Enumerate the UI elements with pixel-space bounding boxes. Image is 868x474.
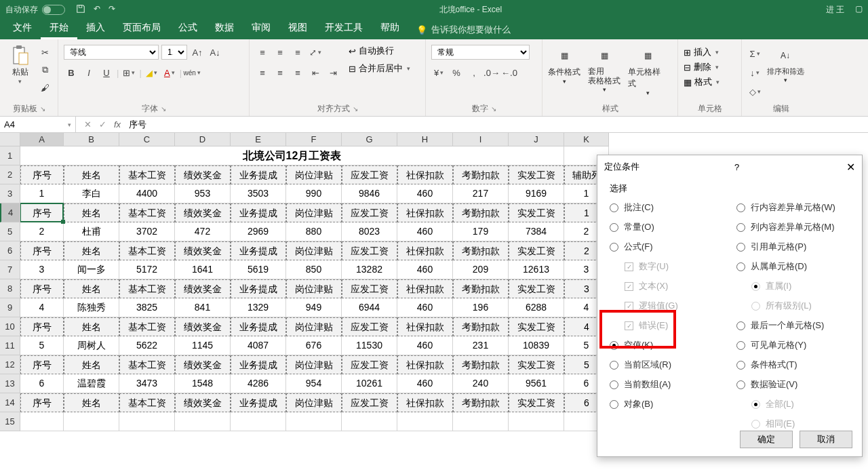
formula-input[interactable]: 序号 bbox=[125, 119, 868, 131]
cell[interactable] bbox=[397, 412, 453, 431]
cell[interactable]: 3503 bbox=[231, 184, 286, 203]
cancel-button[interactable]: 取消 bbox=[800, 431, 852, 448]
col-header-I[interactable]: I bbox=[453, 133, 509, 146]
row-header-13[interactable]: 13 bbox=[0, 374, 20, 393]
cell[interactable]: 5172 bbox=[119, 260, 175, 279]
cell[interactable]: 209 bbox=[453, 260, 509, 279]
radio-option[interactable]: 引用单元格(P) bbox=[736, 241, 850, 253]
cell[interactable]: 岗位津贴 bbox=[286, 317, 342, 336]
row-header-11[interactable]: 11 bbox=[0, 336, 20, 355]
cell[interactable] bbox=[20, 412, 64, 431]
autosave-toggle[interactable] bbox=[42, 5, 65, 15]
cell[interactable]: 954 bbox=[286, 374, 342, 393]
font-color-button[interactable]: A bbox=[162, 65, 177, 80]
row-header-4[interactable]: 4 bbox=[0, 203, 20, 222]
cell[interactable]: 考勤扣款 bbox=[453, 165, 509, 184]
cell[interactable]: 社保扣款 bbox=[397, 355, 453, 374]
undo-icon[interactable]: ↶ bbox=[94, 4, 100, 16]
select-all-corner[interactable] bbox=[0, 133, 20, 146]
row-header-7[interactable]: 7 bbox=[0, 260, 20, 279]
cell[interactable] bbox=[286, 412, 342, 431]
cell[interactable]: 温碧霞 bbox=[64, 374, 119, 393]
fill-color-button[interactable]: ◢ bbox=[144, 65, 159, 80]
cell[interactable]: 基本工资 bbox=[119, 355, 175, 374]
row-header-6[interactable]: 6 bbox=[0, 241, 20, 260]
cell[interactable]: 序号 bbox=[20, 203, 64, 222]
indent-inc-icon[interactable]: ⇥ bbox=[326, 65, 340, 80]
cell[interactable] bbox=[119, 412, 175, 431]
shrink-font-icon[interactable]: A↓ bbox=[208, 45, 222, 60]
number-format-select[interactable]: 常规 bbox=[431, 45, 530, 60]
cell[interactable]: 949 bbox=[286, 298, 342, 317]
cell[interactable]: 绩效奖金 bbox=[175, 393, 231, 412]
cell[interactable]: 考勤扣款 bbox=[453, 355, 509, 374]
cell[interactable]: 姓名 bbox=[64, 279, 119, 298]
cell[interactable]: 业务提成 bbox=[231, 203, 286, 222]
clear-button[interactable]: ◇ bbox=[747, 84, 762, 99]
clipboard-launcher[interactable]: ↘ bbox=[40, 105, 45, 113]
col-header-G[interactable]: G bbox=[342, 133, 397, 146]
cell[interactable]: 3 bbox=[20, 260, 64, 279]
align-center-icon[interactable]: ≡ bbox=[273, 65, 288, 80]
col-header-B[interactable]: B bbox=[64, 133, 119, 146]
cell[interactable]: 9561 bbox=[509, 374, 564, 393]
cell[interactable]: 1641 bbox=[175, 260, 231, 279]
row-header-3[interactable]: 3 bbox=[0, 184, 20, 203]
cell[interactable]: 序号 bbox=[20, 317, 64, 336]
dec-decimal-button[interactable]: ←.0 bbox=[502, 65, 517, 80]
cell[interactable]: 社保扣款 bbox=[397, 203, 453, 222]
cell[interactable]: 4 bbox=[20, 298, 64, 317]
radio-option[interactable]: 当前数组(A) bbox=[610, 378, 723, 391]
cell[interactable]: 姓名 bbox=[64, 165, 119, 184]
cell[interactable]: 闻一多 bbox=[64, 260, 119, 279]
cell[interactable]: 5619 bbox=[231, 260, 286, 279]
cell[interactable]: 460 bbox=[397, 298, 453, 317]
cell[interactable]: 880 bbox=[286, 222, 342, 241]
cell[interactable]: 6288 bbox=[509, 298, 564, 317]
row-header-10[interactable]: 10 bbox=[0, 317, 20, 336]
insert-cells-button[interactable]: ⊞插入 bbox=[684, 46, 719, 58]
align-launcher[interactable]: ↘ bbox=[353, 105, 358, 113]
cell[interactable]: 实发工资 bbox=[509, 317, 564, 336]
cell[interactable]: 姓名 bbox=[64, 203, 119, 222]
tab-formulas[interactable]: 公式 bbox=[170, 18, 206, 39]
col-header-K[interactable]: K bbox=[564, 133, 609, 146]
cell[interactable]: 考勤扣款 bbox=[453, 241, 509, 260]
cell[interactable]: 990 bbox=[286, 184, 342, 203]
row-header-8[interactable]: 8 bbox=[0, 279, 20, 298]
cell[interactable]: 业务提成 bbox=[231, 165, 286, 184]
cell[interactable]: 姓名 bbox=[64, 393, 119, 412]
cell[interactable]: 9846 bbox=[342, 184, 397, 203]
row-header-5[interactable]: 5 bbox=[0, 222, 20, 241]
cell[interactable]: 应发工资 bbox=[342, 203, 397, 222]
row-header-2[interactable]: 2 bbox=[0, 165, 20, 184]
cell[interactable]: 1329 bbox=[231, 298, 286, 317]
cell[interactable]: 460 bbox=[397, 260, 453, 279]
inc-decimal-button[interactable]: .0→ bbox=[484, 65, 499, 80]
cell[interactable]: 业务提成 bbox=[231, 317, 286, 336]
cell[interactable]: 953 bbox=[175, 184, 231, 203]
row-header-14[interactable]: 14 bbox=[0, 393, 20, 412]
cell[interactable]: 岗位津贴 bbox=[286, 241, 342, 260]
cell[interactable]: 1145 bbox=[175, 336, 231, 355]
cell[interactable]: 绩效奖金 bbox=[175, 317, 231, 336]
close-icon[interactable]: ✕ bbox=[846, 161, 855, 174]
cell[interactable]: 基本工资 bbox=[119, 279, 175, 298]
number-launcher[interactable]: ↘ bbox=[491, 105, 496, 113]
cell[interactable]: 460 bbox=[397, 336, 453, 355]
redo-icon[interactable]: ↷ bbox=[108, 4, 115, 16]
cell[interactable]: 序号 bbox=[20, 393, 64, 412]
col-header-F[interactable]: F bbox=[286, 133, 342, 146]
radio-option[interactable]: 当前区域(R) bbox=[610, 359, 723, 371]
font-size-select[interactable]: 11 bbox=[161, 45, 187, 60]
cell[interactable]: 460 bbox=[397, 374, 453, 393]
col-header-J[interactable]: J bbox=[509, 133, 564, 146]
radio-option[interactable]: 可见单元格(Y) bbox=[736, 339, 850, 351]
align-middle-icon[interactable]: ≡ bbox=[273, 45, 288, 60]
user-name[interactable]: 进 王 bbox=[826, 4, 844, 16]
cell[interactable]: 岗位津贴 bbox=[286, 393, 342, 412]
row-header-12[interactable]: 12 bbox=[0, 355, 20, 374]
cell[interactable]: 实发工资 bbox=[509, 203, 564, 222]
cell[interactable]: 179 bbox=[453, 222, 509, 241]
cell[interactable]: 460 bbox=[397, 222, 453, 241]
